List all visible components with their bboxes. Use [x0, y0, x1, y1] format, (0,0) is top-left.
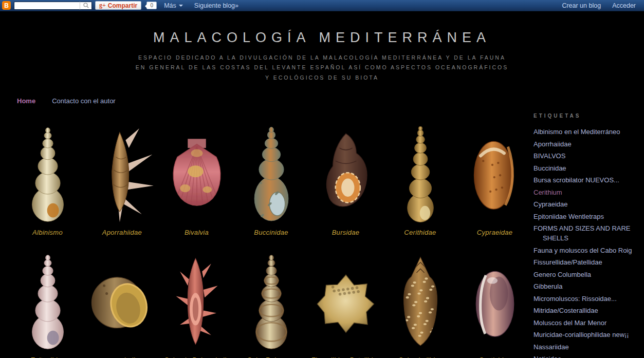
shell-image-link[interactable]: [237, 121, 305, 223]
shell-caption-link[interactable]: rare shells: [106, 356, 138, 358]
share-button[interactable]: g+ Compartir: [95, 1, 141, 10]
label-link[interactable]: Muricidae-corialliophilidae new¡¡: [533, 330, 642, 340]
navbar-search: [14, 2, 92, 10]
shell-image-link[interactable]: [461, 248, 529, 351]
tab-contacto[interactable]: Contacto con el autor: [52, 97, 116, 105]
chevron-down-icon: [179, 5, 183, 9]
search-icon: [83, 3, 89, 8]
shell-image-link[interactable]: [312, 121, 380, 223]
shell-image-link[interactable]: [461, 121, 529, 223]
gallery-item: Bursidae: [308, 112, 383, 236]
shell-caption-link[interactable]: Fisurellidae-Patellidae: [311, 356, 380, 358]
shell-caption-link[interactable]: Bursidae: [332, 229, 360, 236]
more-label: Más: [164, 2, 176, 9]
shell-image-link[interactable]: [387, 248, 454, 351]
gallery-item: Cabo Roig area: [234, 239, 308, 358]
gallery-item: rare shells: [85, 239, 159, 358]
label-link[interactable]: Moluscos del Mar Menor: [533, 318, 642, 328]
shell-caption-link[interactable]: Buccinidae: [254, 229, 288, 236]
gallery-item: Cabo de Palos shells: [159, 239, 234, 358]
gallery-grid: Albinismo Aporrahiidae BivalviaBuccinida…: [10, 112, 533, 358]
label-link[interactable]: Fauna y moluscos del Cabo Roig: [533, 246, 642, 255]
label-link[interactable]: Cypraeidae: [533, 199, 642, 209]
tab-home[interactable]: Home: [17, 97, 35, 105]
gallery-item: Epitoniidae: [10, 239, 85, 358]
label-link[interactable]: Bursa scrobilator NUEVOS...: [533, 175, 642, 185]
blog-subtitle: ESPACIO DEDICADO A LA DIVULGACIÓN DE LA …: [132, 53, 512, 83]
label-link[interactable]: Buccinidae: [533, 163, 642, 173]
shell-image-link[interactable]: [14, 248, 82, 351]
googleplus-icon: g+: [99, 2, 106, 9]
gallery-item: Cerithidae: [383, 112, 457, 236]
gallery-item: Buccinidae: [234, 112, 308, 236]
label-link[interactable]: FORMS AND SIZES AND RARE SHELLS: [533, 223, 642, 243]
shell-image-link[interactable]: [14, 121, 82, 223]
shell-image-link[interactable]: [163, 121, 231, 223]
gallery-item: Bivalvia: [159, 112, 234, 236]
label-link[interactable]: Epitoniidae Wentletraps: [533, 212, 642, 221]
label-link[interactable]: BIVALVOS: [533, 151, 642, 161]
gallery-item: Columbellidae: [383, 239, 457, 358]
gallery-item: Albinismo: [10, 112, 85, 236]
shell-caption-link[interactable]: Cysticidae: [479, 356, 511, 358]
tabs-bar: Home Contacto con el autor: [17, 97, 644, 105]
shell-caption-link[interactable]: Cerithidae: [404, 229, 436, 236]
next-blog-link[interactable]: Siguiente blog»: [190, 2, 243, 9]
label-link[interactable]: Fissurellidae/Patellidae: [533, 257, 642, 267]
blog-header: MALACOLOGÍA MEDITERRÁNEA ESPACIO DEDICAD…: [0, 11, 644, 83]
gallery-item: Fisurellidae-Patellidae: [308, 239, 383, 358]
gallery-item: Cypraeidae: [457, 112, 532, 236]
gallery-item: Aporrahiidae: [85, 112, 159, 236]
label-link[interactable]: Naticidae: [533, 354, 642, 358]
shell-caption-link[interactable]: Bivalvia: [185, 229, 209, 236]
shell-caption-link[interactable]: Epitoniidae: [30, 356, 65, 358]
label-link[interactable]: Aporrhaiidae: [533, 139, 642, 149]
label-link[interactable]: Nassariidae: [533, 342, 642, 352]
share-count-badge[interactable]: 0: [146, 2, 157, 9]
more-menu-button[interactable]: Más: [160, 2, 187, 9]
shell-caption-link[interactable]: Cypraeidae: [477, 229, 513, 236]
label-link[interactable]: Mitridae/Costerallidae: [533, 306, 642, 315]
search-input[interactable]: [14, 2, 80, 10]
main-area: Albinismo Aporrahiidae BivalviaBuccinida…: [10, 112, 644, 358]
search-button[interactable]: [80, 2, 92, 10]
labels-list: Albinismo en el MediterráneoAporrhaiidae…: [533, 127, 642, 358]
label-link[interactable]: Albinismo en el Mediterráneo: [533, 127, 642, 137]
shell-image-link[interactable]: [88, 121, 156, 223]
share-label: Compartir: [108, 2, 137, 9]
sign-in-link[interactable]: Acceder: [608, 2, 640, 9]
shell-caption-link[interactable]: Albinismo: [32, 229, 63, 236]
shell-image-link[interactable]: [237, 248, 305, 351]
blog-title: MALACOLOGÍA MEDITERRÁNEA: [0, 30, 644, 46]
shell-image-link[interactable]: [387, 121, 454, 223]
shell-caption-link[interactable]: Aporrahiidae: [102, 229, 142, 236]
shell-caption-link[interactable]: Cabo de Palos shells: [163, 356, 229, 358]
shell-image-link[interactable]: [163, 248, 231, 351]
shell-caption-link[interactable]: Cabo Roig area: [247, 356, 296, 358]
label-link[interactable]: Genero Columbella: [533, 270, 642, 279]
shell-image-link[interactable]: [312, 248, 380, 351]
label-link[interactable]: Gibberula: [533, 281, 642, 291]
create-blog-link[interactable]: Crear un blog: [558, 2, 605, 9]
gallery-item: Cysticidae: [457, 239, 532, 358]
shell-caption-link[interactable]: Columbellidae: [398, 356, 442, 358]
shell-image-link[interactable]: [88, 248, 156, 351]
label-link[interactable]: Micromoluscos: Rissoidae...: [533, 294, 642, 304]
blogger-logo-icon[interactable]: B: [2, 1, 11, 10]
labels-sidebar: ETIQUETAS Albinismo en el MediterráneoAp…: [533, 112, 642, 358]
sidebar-title: ETIQUETAS: [533, 113, 642, 119]
blogger-navbar: B g+ Compartir 0 Más Siguiente blog» Cre…: [0, 0, 644, 11]
label-link[interactable]: Cerithium: [533, 187, 642, 197]
